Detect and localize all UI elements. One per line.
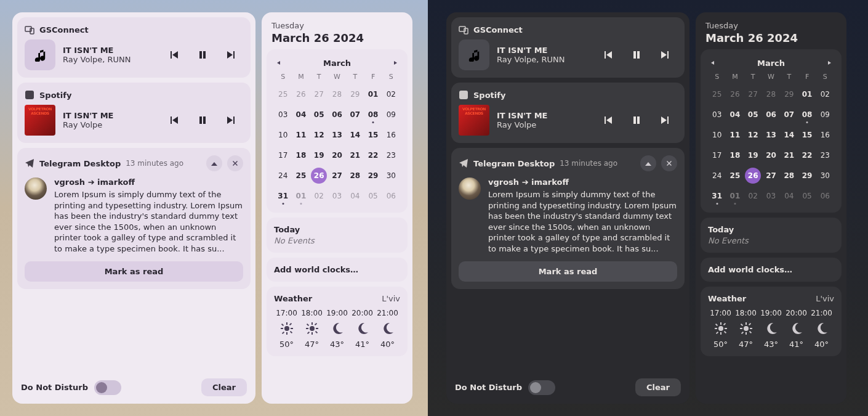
mark-as-read-button[interactable]: Mark as read	[459, 261, 677, 282]
calendar-day[interactable]: 02	[311, 188, 327, 204]
add-world-clocks-button[interactable]: Add world clocks…	[267, 258, 408, 282]
calendar-day[interactable]: 14	[347, 127, 363, 143]
dnd-toggle[interactable]	[528, 380, 555, 395]
calendar-day[interactable]: 24	[275, 168, 291, 184]
collapse-button[interactable]	[640, 155, 656, 171]
next-button[interactable]	[659, 49, 671, 61]
mark-as-read-button[interactable]: Mark as read	[25, 261, 243, 282]
calendar-day[interactable]: 12	[745, 127, 761, 143]
calendar-day[interactable]: 06	[329, 107, 345, 123]
calendar-day[interactable]: 04	[727, 107, 743, 123]
calendar-day[interactable]: 28	[329, 86, 345, 102]
calendar-day[interactable]: 15	[365, 127, 381, 143]
calendar-day[interactable]: 07	[347, 107, 363, 123]
calendar-day[interactable]: 30	[817, 168, 833, 184]
prev-button[interactable]	[602, 114, 614, 126]
calendar-day[interactable]: 05	[745, 107, 761, 123]
calendar-day[interactable]: 01	[293, 188, 309, 204]
calendar-day[interactable]: 25	[727, 168, 743, 184]
calendar-day[interactable]: 04	[781, 188, 797, 204]
calendar-day[interactable]: 08	[365, 107, 381, 123]
calendar-day[interactable]: 07	[781, 107, 797, 123]
calendar-day[interactable]: 06	[383, 188, 399, 204]
dnd-toggle[interactable]	[94, 380, 121, 395]
calendar-day[interactable]: 17	[709, 147, 725, 163]
calendar-day[interactable]: 31	[709, 188, 725, 204]
calendar-day[interactable]: 09	[383, 107, 399, 123]
calendar-day[interactable]: 04	[293, 107, 309, 123]
next-button[interactable]	[659, 114, 671, 126]
calendar-day[interactable]: 02	[745, 188, 761, 204]
calendar-day[interactable]: 28	[763, 86, 779, 102]
calendar-day[interactable]: 11	[727, 127, 743, 143]
calendar-day[interactable]: 29	[347, 86, 363, 102]
calendar-day[interactable]: 25	[293, 168, 309, 184]
calendar-day[interactable]: 03	[275, 107, 291, 123]
calendar-day[interactable]: 10	[709, 127, 725, 143]
calendar-prev-button[interactable]	[274, 58, 284, 68]
next-button[interactable]	[225, 114, 237, 126]
calendar-day[interactable]: 27	[329, 168, 345, 184]
calendar-day[interactable]: 03	[709, 107, 725, 123]
calendar-day[interactable]: 11	[293, 127, 309, 143]
calendar-day[interactable]: 05	[799, 188, 815, 204]
calendar-day[interactable]: 16	[817, 127, 833, 143]
calendar-day[interactable]: 27	[763, 168, 779, 184]
calendar-day[interactable]: 26	[727, 86, 743, 102]
calendar-next-button[interactable]	[824, 58, 834, 68]
calendar-day[interactable]: 01	[727, 188, 743, 204]
prev-button[interactable]	[602, 49, 614, 61]
calendar-day[interactable]: 08	[799, 107, 815, 123]
calendar-day[interactable]: 25	[709, 86, 725, 102]
clear-button[interactable]: Clear	[201, 378, 247, 396]
calendar-day[interactable]: 27	[745, 86, 761, 102]
calendar-day[interactable]: 21	[781, 147, 797, 163]
calendar-day[interactable]: 03	[329, 188, 345, 204]
pause-button[interactable]	[196, 49, 209, 61]
calendar-day[interactable]: 29	[799, 168, 815, 184]
calendar-day[interactable]: 23	[817, 147, 833, 163]
calendar-next-button[interactable]	[390, 58, 400, 68]
calendar-day[interactable]: 02	[383, 86, 399, 102]
pause-button[interactable]	[630, 49, 643, 61]
calendar-day[interactable]: 28	[781, 168, 797, 184]
calendar-day[interactable]: 15	[799, 127, 815, 143]
calendar-day[interactable]: 19	[311, 147, 327, 163]
calendar-day[interactable]: 19	[745, 147, 761, 163]
pause-button[interactable]	[630, 114, 643, 126]
calendar-day[interactable]: 30	[383, 168, 399, 184]
calendar-day[interactable]: 02	[817, 86, 833, 102]
calendar-prev-button[interactable]	[708, 58, 718, 68]
prev-button[interactable]	[168, 49, 180, 61]
calendar-day[interactable]: 03	[763, 188, 779, 204]
calendar-day[interactable]: 25	[275, 86, 291, 102]
calendar-day[interactable]: 31	[275, 188, 291, 204]
calendar-day[interactable]: 18	[293, 147, 309, 163]
calendar-day[interactable]: 09	[817, 107, 833, 123]
clear-button[interactable]: Clear	[635, 378, 681, 396]
next-button[interactable]	[225, 49, 237, 61]
calendar-day[interactable]: 13	[329, 127, 345, 143]
calendar-day[interactable]: 26	[745, 168, 761, 184]
calendar-day[interactable]: 24	[709, 168, 725, 184]
close-button[interactable]	[227, 155, 243, 171]
calendar-day[interactable]: 23	[383, 147, 399, 163]
close-button[interactable]	[661, 155, 677, 171]
calendar-day[interactable]: 05	[365, 188, 381, 204]
collapse-button[interactable]	[206, 155, 222, 171]
calendar-day[interactable]: 01	[799, 86, 815, 102]
calendar-day[interactable]: 18	[727, 147, 743, 163]
calendar-day[interactable]: 20	[763, 147, 779, 163]
calendar-day[interactable]: 10	[275, 127, 291, 143]
calendar-day[interactable]: 16	[383, 127, 399, 143]
calendar-day[interactable]: 26	[293, 86, 309, 102]
calendar-day[interactable]: 14	[781, 127, 797, 143]
calendar-day[interactable]: 06	[763, 107, 779, 123]
calendar-day[interactable]: 29	[781, 86, 797, 102]
calendar-day[interactable]: 05	[311, 107, 327, 123]
calendar-day[interactable]: 06	[817, 188, 833, 204]
calendar-day[interactable]: 22	[365, 147, 381, 163]
calendar-day[interactable]: 29	[365, 168, 381, 184]
calendar-day[interactable]: 21	[347, 147, 363, 163]
calendar-day[interactable]: 20	[329, 147, 345, 163]
